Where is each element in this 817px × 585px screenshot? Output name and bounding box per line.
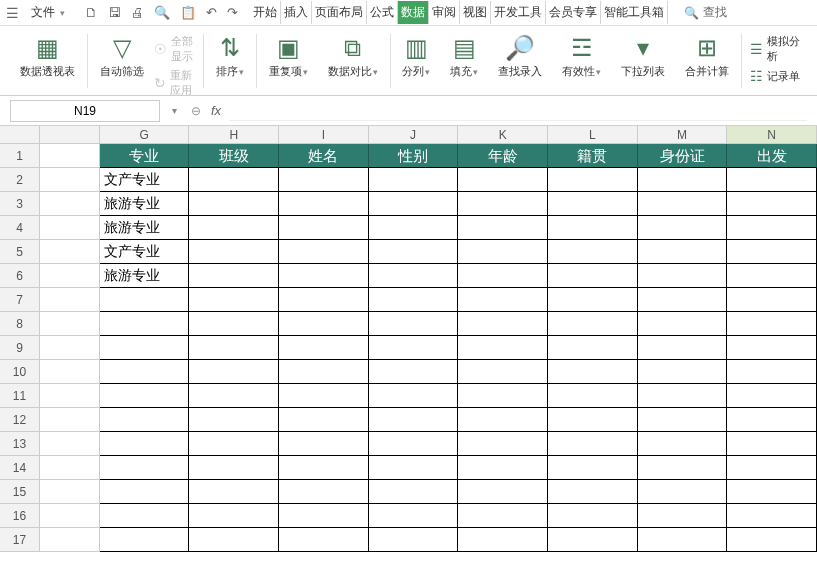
cell-K2[interactable] <box>458 168 548 192</box>
cell-L12[interactable] <box>548 408 638 432</box>
cell-M16[interactable] <box>638 504 728 528</box>
col-header-G[interactable]: G <box>100 126 190 143</box>
cell-M14[interactable] <box>638 456 728 480</box>
cell-J8[interactable] <box>369 312 459 336</box>
cell-K12[interactable] <box>458 408 548 432</box>
cell-G12[interactable] <box>100 408 190 432</box>
cell-H5[interactable] <box>189 240 279 264</box>
cell-L8[interactable] <box>548 312 638 336</box>
cell-K17[interactable] <box>458 528 548 552</box>
app-menu-icon[interactable]: ☰ <box>6 5 19 21</box>
cell-F8[interactable] <box>40 312 100 336</box>
cell-N12[interactable] <box>727 408 817 432</box>
cell-K8[interactable] <box>458 312 548 336</box>
cell-F10[interactable] <box>40 360 100 384</box>
cell-G1[interactable]: 专业 <box>100 144 190 168</box>
cell-F13[interactable] <box>40 432 100 456</box>
cell-L17[interactable] <box>548 528 638 552</box>
autofilter-button[interactable]: ▽自动筛选 <box>96 32 148 98</box>
cell-J3[interactable] <box>369 192 459 216</box>
row-header-3[interactable]: 3 <box>0 192 39 216</box>
cell-J7[interactable] <box>369 288 459 312</box>
cell-L16[interactable] <box>548 504 638 528</box>
cell-N13[interactable] <box>727 432 817 456</box>
cell-F14[interactable] <box>40 456 100 480</box>
row-header-7[interactable]: 7 <box>0 288 39 312</box>
row-header-9[interactable]: 9 <box>0 336 39 360</box>
cell-K1[interactable]: 年龄 <box>458 144 548 168</box>
split-button[interactable]: ▥分列▾ <box>398 32 434 81</box>
cell-N8[interactable] <box>727 312 817 336</box>
cell-L4[interactable] <box>548 216 638 240</box>
row-header-14[interactable]: 14 <box>0 456 39 480</box>
cell-L11[interactable] <box>548 384 638 408</box>
compare-button[interactable]: ⧉数据对比▾ <box>324 32 382 81</box>
validation-button[interactable]: ☲有效性▾ <box>558 32 605 81</box>
cell-L10[interactable] <box>548 360 638 384</box>
cell-H10[interactable] <box>189 360 279 384</box>
cell-N1[interactable]: 出发 <box>727 144 817 168</box>
tab-data[interactable]: 数据 <box>398 1 429 24</box>
row-header-5[interactable]: 5 <box>0 240 39 264</box>
cell-N10[interactable] <box>727 360 817 384</box>
cell-K13[interactable] <box>458 432 548 456</box>
cell-J13[interactable] <box>369 432 459 456</box>
cell-J4[interactable] <box>369 216 459 240</box>
cell-H14[interactable] <box>189 456 279 480</box>
simulate-button[interactable]: ☰模拟分析 <box>750 34 801 64</box>
fill-button[interactable]: ▤填充▾ <box>446 32 482 81</box>
cell-M3[interactable] <box>638 192 728 216</box>
cell-F2[interactable] <box>40 168 100 192</box>
col-header-K[interactable]: K <box>458 126 548 143</box>
tab-formula[interactable]: 公式 <box>367 1 398 24</box>
cell-K6[interactable] <box>458 264 548 288</box>
cell-M17[interactable] <box>638 528 728 552</box>
paste-icon[interactable]: 📋 <box>180 5 196 20</box>
name-box-dropdown[interactable]: ▾ <box>172 105 177 116</box>
cell-F1[interactable] <box>40 144 100 168</box>
cell-G8[interactable] <box>100 312 190 336</box>
cell-G7[interactable] <box>100 288 190 312</box>
cell-F5[interactable] <box>40 240 100 264</box>
cell-F7[interactable] <box>40 288 100 312</box>
cell-H17[interactable] <box>189 528 279 552</box>
cell-H4[interactable] <box>189 216 279 240</box>
cell-N15[interactable] <box>727 480 817 504</box>
save-icon[interactable]: 🖫 <box>108 5 121 20</box>
cell-G17[interactable] <box>100 528 190 552</box>
cell-I6[interactable] <box>279 264 369 288</box>
select-all-corner[interactable] <box>0 126 40 144</box>
sort-button[interactable]: ⇅排序▾ <box>212 32 248 81</box>
cell-G2[interactable]: 文产专业 <box>100 168 190 192</box>
cell-G13[interactable] <box>100 432 190 456</box>
cell-J9[interactable] <box>369 336 459 360</box>
dropdown-button[interactable]: ▾下拉列表 <box>617 32 669 81</box>
cell-H2[interactable] <box>189 168 279 192</box>
cell-I13[interactable] <box>279 432 369 456</box>
tab-view[interactable]: 视图 <box>460 1 491 24</box>
cell-L14[interactable] <box>548 456 638 480</box>
row-header-12[interactable]: 12 <box>0 408 39 432</box>
cell-J10[interactable] <box>369 360 459 384</box>
cell-J6[interactable] <box>369 264 459 288</box>
cell-H8[interactable] <box>189 312 279 336</box>
row-header-10[interactable]: 10 <box>0 360 39 384</box>
cell-G9[interactable] <box>100 336 190 360</box>
consolidate-button[interactable]: ⊞合并计算 <box>681 32 733 81</box>
cell-I8[interactable] <box>279 312 369 336</box>
tab-layout[interactable]: 页面布局 <box>312 1 367 24</box>
cell-N16[interactable] <box>727 504 817 528</box>
cell-L3[interactable] <box>548 192 638 216</box>
cell-N7[interactable] <box>727 288 817 312</box>
row-header-13[interactable]: 13 <box>0 432 39 456</box>
col-header-H[interactable]: H <box>189 126 279 143</box>
row-header-4[interactable]: 4 <box>0 216 39 240</box>
cell-M9[interactable] <box>638 336 728 360</box>
row-header-16[interactable]: 16 <box>0 504 39 528</box>
row-header-8[interactable]: 8 <box>0 312 39 336</box>
tab-insert[interactable]: 插入 <box>281 1 312 24</box>
cell-K14[interactable] <box>458 456 548 480</box>
cell-K15[interactable] <box>458 480 548 504</box>
col-header-J[interactable]: J <box>369 126 459 143</box>
cell-F11[interactable] <box>40 384 100 408</box>
